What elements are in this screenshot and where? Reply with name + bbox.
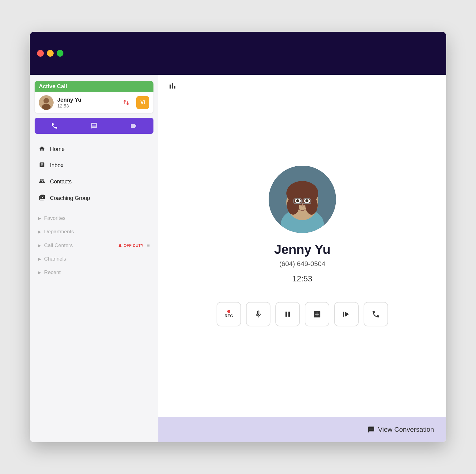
recent-arrow-icon: ▶	[38, 270, 41, 275]
nav-section: Home Inbox Contact	[30, 141, 158, 207]
call-centers-row[interactable]: ▶ Call Centers OFF DUTY ≡	[30, 239, 158, 252]
channels-collapse[interactable]: ▶ Channels	[30, 252, 158, 266]
departments-label: Departments	[44, 229, 74, 235]
record-button[interactable]: REC	[217, 302, 241, 326]
off-duty-badge: OFF DUTY	[118, 243, 143, 248]
call-centers-label: Call Centers	[44, 243, 115, 249]
nav-contacts-label: Contacts	[50, 179, 72, 185]
sidebar-item-inbox[interactable]: Inbox	[30, 157, 158, 174]
channels-arrow-icon: ▶	[38, 257, 41, 261]
right-panel: Jenny Yu (604) 649-0504 12:53 REC	[158, 75, 446, 442]
home-icon	[38, 145, 46, 153]
nav-inbox-label: Inbox	[50, 162, 63, 169]
active-call-body: Jenny Yu 12:53 Vi	[35, 92, 153, 113]
caller-info: Jenny Yu 12:53	[57, 97, 116, 108]
tab-chat[interactable]	[74, 118, 114, 134]
call-centers-arrow-icon: ▶	[38, 243, 41, 248]
collapse-section: ▶ Favorites ▶ Departments ▶ Call Centers…	[30, 212, 158, 279]
sidebar: Active Call Jenny Yu 12:53	[30, 75, 158, 442]
contacts-icon	[38, 178, 46, 186]
titlebar	[30, 32, 446, 75]
transfer-button[interactable]	[334, 302, 359, 326]
view-conversation-bar: View Conversation	[158, 417, 446, 442]
call-controls: REC	[210, 296, 394, 333]
favorites-arrow-icon: ▶	[38, 216, 41, 220]
rec-text: REC	[225, 314, 233, 318]
app-window: Active Call Jenny Yu 12:53	[30, 32, 446, 442]
call-swap-button[interactable]	[120, 96, 133, 109]
contact-phone: (604) 649-0504	[279, 260, 325, 268]
svg-point-1	[43, 98, 49, 103]
off-duty-text: OFF DUTY	[123, 243, 143, 248]
active-call-label: Active Call	[39, 83, 67, 89]
more-options-button[interactable]	[364, 302, 388, 326]
recent-label: Recent	[44, 269, 61, 276]
channels-label: Channels	[44, 256, 66, 262]
svg-point-12	[296, 199, 299, 202]
svg-point-13	[305, 199, 308, 202]
nav-coaching-label: Coaching Group	[50, 195, 90, 201]
departments-collapse[interactable]: ▶ Departments	[30, 225, 158, 239]
call-timer: 12:53	[292, 274, 312, 284]
coaching-icon	[38, 194, 46, 202]
maximize-button[interactable]	[57, 50, 63, 57]
mute-button[interactable]	[246, 302, 270, 326]
caller-name: Jenny Yu	[57, 97, 116, 103]
nav-home-label: Home	[50, 146, 65, 152]
contact-display: Jenny Yu (604) 649-0504 12:53 REC	[158, 75, 446, 417]
rec-dot	[227, 310, 230, 313]
svg-point-2	[42, 104, 51, 110]
sidebar-tabs	[35, 118, 153, 134]
sidebar-item-contacts[interactable]: Contacts	[30, 174, 158, 190]
traffic-lights	[37, 50, 63, 57]
active-call-header: Active Call	[35, 81, 153, 92]
add-call-button[interactable]	[305, 302, 329, 326]
vi-button[interactable]: Vi	[136, 96, 149, 109]
contact-name: Jenny Yu	[274, 242, 331, 257]
view-conversation-label: View Conversation	[378, 426, 434, 434]
tab-video[interactable]	[114, 118, 153, 134]
close-button[interactable]	[37, 50, 44, 57]
favorites-label: Favorites	[44, 215, 66, 221]
tab-phone[interactable]	[35, 118, 74, 134]
inbox-icon	[38, 162, 46, 169]
call-duration-sidebar: 12:53	[57, 103, 116, 108]
call-stats-icon	[168, 81, 177, 93]
minimize-button[interactable]	[47, 50, 54, 57]
view-conversation-button[interactable]: View Conversation	[368, 426, 434, 434]
contact-photo	[269, 166, 336, 233]
pause-button[interactable]	[275, 302, 300, 326]
svg-rect-17	[343, 311, 345, 316]
main-content: Active Call Jenny Yu 12:53	[30, 75, 446, 442]
menu-icon: ≡	[146, 242, 150, 249]
recent-collapse[interactable]: ▶ Recent	[30, 266, 158, 279]
avatar	[39, 95, 54, 110]
active-call-card: Active Call Jenny Yu 12:53	[35, 81, 153, 113]
sidebar-item-coaching[interactable]: Coaching Group	[30, 190, 158, 207]
departments-arrow-icon: ▶	[38, 230, 41, 234]
sidebar-item-home[interactable]: Home	[30, 141, 158, 157]
favorites-collapse[interactable]: ▶ Favorites	[30, 212, 158, 225]
